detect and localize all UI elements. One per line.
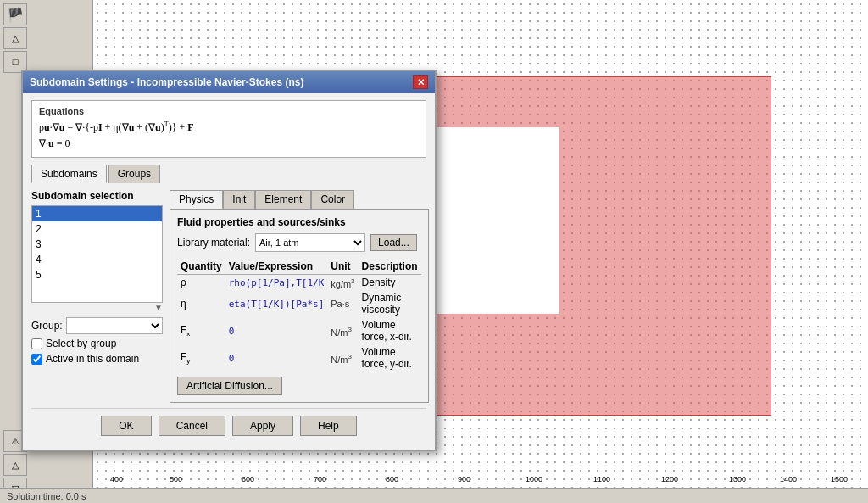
tab-physics[interactable]: Physics (170, 190, 223, 209)
toolbar-btn-tri2[interactable]: △ (3, 454, 27, 476)
cancel-button[interactable]: Cancel (159, 416, 225, 436)
active-in-domain-row: Active in this domain (31, 353, 163, 365)
h-label-1500: 1500 (831, 475, 848, 483)
flag-icon: 🏴 (7, 7, 24, 23)
tab-init[interactable]: Init (223, 190, 255, 209)
physics-tabs: Physics Init Element Color (170, 190, 429, 209)
unit-fy: N/m3 (327, 344, 358, 372)
qty-fy: Fy (177, 344, 225, 372)
artificial-diffusion-button[interactable]: Artificial Diffusion... (177, 377, 282, 395)
ok-button[interactable]: OK (101, 416, 151, 436)
dialog-close-button[interactable]: ✕ (413, 75, 428, 89)
desc-fy: Volume force, y-dir. (359, 344, 421, 372)
unit-fx: N/m3 (327, 317, 358, 344)
fluid-props-title: Fluid properties and sources/sinks (177, 216, 421, 228)
status-text: Solution time: 0.0 s (7, 491, 86, 501)
subdomain-item-5[interactable]: 5 (32, 267, 162, 282)
val-eta[interactable]: eta(T[1/K])[Pa*s] (225, 290, 328, 317)
h-label-1100: 1100 (593, 475, 610, 483)
val-rho[interactable]: rho(p[1/Pa],T[1/K (225, 275, 328, 291)
unit-eta: Pa·s (327, 290, 358, 317)
qty-eta: η (177, 290, 225, 317)
properties-table: Quantity Value/Expression Unit Descripti… (177, 259, 421, 372)
h-label-900: 900 (458, 475, 470, 483)
group-row: Group: (31, 317, 163, 334)
equation-line-2: ∇·u = 0 (39, 136, 419, 152)
subdomain-item-4[interactable]: 4 (32, 252, 162, 267)
h-label-1400: 1400 (780, 475, 797, 483)
load-button[interactable]: Load... (370, 234, 417, 251)
table-row: Fx 0 N/m3 Volume force, x-dir. (177, 317, 421, 344)
h-label-700: 700 (314, 475, 326, 483)
triangle2-icon: △ (12, 460, 19, 471)
main-tabs: Subdomains Groups (31, 165, 426, 183)
desc-fx: Volume force, x-dir. (359, 317, 421, 344)
unit-rho: kg/m3 (327, 275, 358, 291)
dialog-title: Subdomain Settings - Incompressible Navi… (30, 76, 303, 88)
h-label-1000: 1000 (526, 475, 542, 483)
h-label-1200: 1200 (661, 475, 678, 483)
toolbar-btn-1[interactable]: 🏴 (3, 3, 27, 25)
active-in-domain-checkbox[interactable] (31, 354, 42, 365)
select-by-group-label: Select by group (46, 338, 116, 349)
equations-section: Equations ρu·∇u = ∇·{-pI + η(∇u + (∇u)T)… (31, 100, 426, 158)
dialog-body: Equations ρu·∇u = ∇·{-pI + η(∇u + (∇u)T)… (23, 93, 435, 450)
subdomain-list[interactable]: 1 2 3 4 5 (31, 205, 163, 303)
desc-rho: Density (359, 275, 421, 291)
dialog-content: Subdomain selection 1 2 3 4 5 ▼ Group: (31, 190, 426, 403)
col-desc: Description (359, 259, 421, 275)
qty-fx: Fx (177, 317, 225, 344)
subdomain-item-3[interactable]: 3 (32, 237, 162, 252)
h-label-600: 600 (242, 475, 254, 483)
table-row: ρ rho(p[1/Pa],T[1/K kg/m3 Density (177, 275, 421, 291)
status-bar: Solution time: 0.0 s (0, 488, 868, 503)
square-icon: □ (13, 57, 19, 67)
subdomain-item-1[interactable]: 1 (32, 206, 162, 221)
col-value: Value/Expression (225, 259, 328, 275)
col-quantity: Quantity (177, 259, 225, 275)
toolbar-btn-2[interactable]: △ (3, 27, 27, 49)
select-by-group-row: Select by group (31, 338, 163, 349)
tab-subdomains[interactable]: Subdomains (31, 165, 107, 183)
tab-color[interactable]: Color (311, 190, 354, 209)
equations-label: Equations (39, 106, 419, 116)
h-label-1300: 1300 (729, 475, 746, 483)
scroll-arrow: ▼ (31, 303, 163, 312)
table-row: Fy 0 N/m3 Volume force, y-dir. (177, 344, 421, 372)
warning-icon: ⚠ (11, 436, 19, 447)
val-fx[interactable]: 0 (225, 317, 328, 344)
dialog-footer: OK Cancel Apply Help (31, 408, 426, 443)
h-label-400: 400 (110, 475, 123, 483)
library-label: Library material: (177, 237, 250, 249)
equation-line-1: ρu·∇u = ∇·{-pI + η(∇u + (∇u)T)} + F (39, 120, 419, 136)
physics-content: Fluid properties and sources/sinks Libra… (170, 209, 429, 403)
tab-element[interactable]: Element (255, 190, 311, 209)
table-row: η eta(T[1/K])[Pa*s] Pa·s Dynamic viscosi… (177, 290, 421, 317)
subdomain-selection-label: Subdomain selection (31, 190, 163, 202)
tab-groups[interactable]: Groups (108, 165, 160, 183)
subdomain-panel: Subdomain selection 1 2 3 4 5 ▼ Group: (31, 190, 163, 403)
apply-button[interactable]: Apply (232, 416, 293, 436)
help-button[interactable]: Help (300, 416, 357, 436)
group-label: Group: (31, 320, 63, 332)
group-select[interactable] (66, 317, 163, 334)
select-by-group-checkbox[interactable] (31, 338, 42, 349)
dialog-titlebar: Subdomain Settings - Incompressible Navi… (23, 71, 435, 93)
qty-rho: ρ (177, 275, 225, 291)
subdomain-settings-dialog: Subdomain Settings - Incompressible Navi… (21, 70, 437, 451)
col-unit: Unit (327, 259, 358, 275)
desc-eta: Dynamic viscosity (359, 290, 421, 317)
val-fy[interactable]: 0 (225, 344, 328, 372)
subdomain-item-2[interactable]: 2 (32, 221, 162, 237)
triangle-icon: △ (12, 33, 19, 44)
h-label-800: 800 (386, 475, 398, 483)
physics-panel: Physics Init Element Color Fluid propert… (170, 190, 429, 403)
library-select[interactable]: Air, 1 atm (255, 233, 365, 252)
active-in-domain-label: Active in this domain (46, 353, 139, 365)
library-row: Library material: Air, 1 atm Load... (177, 233, 421, 252)
h-label-500: 500 (170, 475, 182, 483)
